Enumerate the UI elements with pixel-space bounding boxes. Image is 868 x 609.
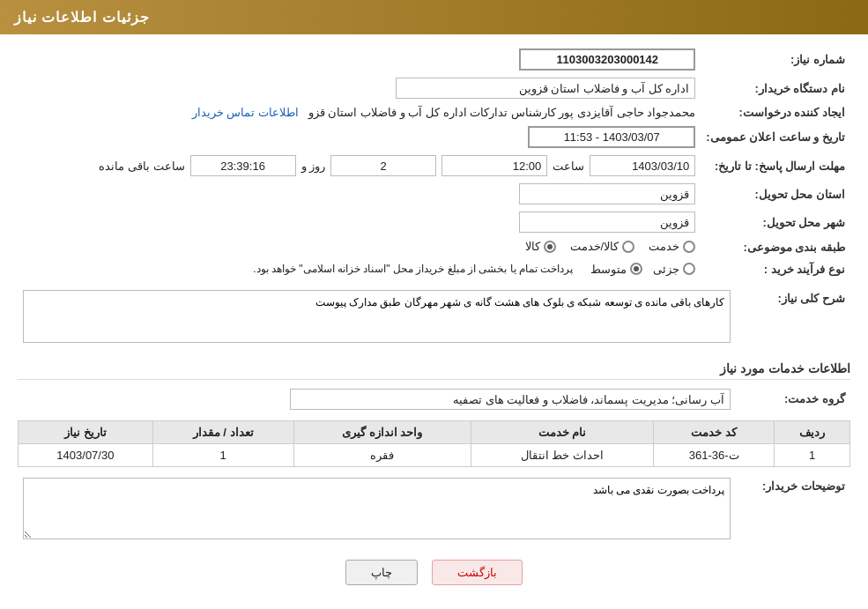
category-radio-group: خدمت کالا/خدمت کالا — [525, 240, 696, 253]
creator-row: ایجاد کننده درخواست: محمدجواد حاجی آقایز… — [18, 102, 850, 123]
buyer-org-row: نام دستگاه خریدار: اداره کل آب و فاضلاب … — [18, 74, 850, 102]
service-group-table: گروه خدمت: آب رسانی؛ مدیریت پسماند، فاضل… — [18, 385, 850, 413]
time-remaining-box: 23:39:16 — [190, 155, 296, 176]
services-table-body: 1 ت-36-361 احداث خط انتقال فقره 1 1403/0… — [19, 443, 850, 466]
category-cell: خدمت کالا/خدمت کالا — [18, 236, 701, 259]
purchase-type-cell: جزئی متوسط پرداخت تمام یا بخشی از مبلغ خ… — [18, 259, 701, 279]
delivery-city-label: شهر محل تحویل: — [701, 208, 850, 236]
buyer-org-label: نام دستگاه خریدار: — [701, 74, 850, 102]
category-label: طبقه بندی موضوعی: — [701, 236, 850, 259]
purchase-medium-label: متوسط — [590, 263, 627, 276]
category-goods-service-label: کالا/خدمت — [570, 240, 619, 253]
need-description-textarea[interactable] — [23, 290, 731, 343]
creator-value: محمدجواد حاجی آقایزدی پور کارشناس تدارکا… — [308, 106, 695, 119]
purchase-note: پرداخت تمام یا بخشی از مبلغ خریداز محل "… — [253, 263, 573, 275]
need-number-value: 1103003203000142 — [18, 45, 701, 74]
creator-cell: محمدجواد حاجی آقایزدی پور کارشناس تدارکا… — [18, 102, 701, 123]
need-number-row: شماره نیاز: 1103003203000142 — [18, 45, 850, 74]
response-date-box: 1403/03/10 — [590, 155, 695, 176]
days-remaining-label: روز و — [301, 160, 326, 173]
category-service-label: خدمت — [649, 240, 679, 253]
category-option-goods[interactable]: کالا — [525, 240, 556, 253]
col-date: تاریخ نیاز — [19, 420, 153, 443]
delivery-province-box: قزوین — [519, 183, 695, 204]
buyer-notes-textarea[interactable] — [23, 478, 731, 539]
buttons-row: بازگشت چاپ — [18, 560, 850, 585]
info-table: شماره نیاز: 1103003203000142 نام دستگاه … — [18, 45, 850, 279]
cell-service-name: احداث خط انتقال — [471, 443, 653, 466]
category-option-service[interactable]: خدمت — [649, 240, 695, 253]
response-time-box: 12:00 — [441, 155, 547, 176]
cell-unit: فقره — [293, 443, 471, 466]
need-description-row: شرح کلی نیاز: — [18, 286, 850, 349]
purchase-type-area: جزئی متوسط پرداخت تمام یا بخشی از مبلغ خ… — [23, 263, 695, 276]
cell-service-code: ت-36-361 — [653, 443, 774, 466]
col-service-name: نام خدمت — [471, 420, 653, 443]
services-table-head: ردیف کد خدمت نام خدمت واحد اندازه گیری ت… — [19, 420, 850, 443]
category-row: طبقه بندی موضوعی: خدمت کالا/خدمت — [18, 236, 850, 259]
service-group-row: گروه خدمت: آب رسانی؛ مدیریت پسماند، فاضل… — [18, 385, 850, 413]
buyer-notes-cell — [18, 474, 736, 546]
delivery-city-value: قزوین — [18, 208, 701, 236]
cell-qty: 1 — [152, 443, 293, 466]
announce-date-box: 1403/03/07 - 11:53 — [528, 126, 695, 148]
response-deadline-label: مهلت ارسال پاسخ: تا تاریخ: — [701, 152, 850, 180]
cell-date: 1403/07/30 — [19, 443, 153, 466]
buyer-notes-table: توضیحات خریدار: — [18, 474, 850, 546]
response-time-label: ساعت — [553, 160, 584, 173]
need-number-box: 1103003203000142 — [519, 48, 695, 71]
time-area: 1403/03/10 ساعت 12:00 2 روز و 23:39:16 س… — [23, 155, 695, 176]
need-description-table: شرح کلی نیاز: — [18, 286, 850, 349]
creator-contact-link[interactable]: اطلاعات تماس خریدار — [192, 106, 299, 119]
services-data-table: ردیف کد خدمت نام خدمت واحد اندازه گیری ت… — [18, 420, 850, 467]
buyer-org-value: اداره کل آب و فاضلاب استان قزوین — [18, 74, 701, 102]
radio-medium-icon — [630, 263, 642, 275]
purchase-type-medium[interactable]: متوسط — [590, 263, 642, 276]
category-option-goods-service[interactable]: کالا/خدمت — [570, 240, 635, 253]
page-title: جزئیات اطلاعات نیاز — [14, 10, 150, 25]
delivery-province-row: استان محل تحویل: قزوین — [18, 180, 850, 208]
buyer-notes-row: توضیحات خریدار: — [18, 474, 850, 546]
buyer-org-box: اداره کل آب و فاضلاب استان قزوین — [396, 78, 695, 99]
radio-service-icon — [683, 241, 695, 253]
days-remaining-box: 2 — [330, 155, 436, 176]
col-row-num: ردیف — [775, 420, 850, 443]
table-row: 1 ت-36-361 احداث خط انتقال فقره 1 1403/0… — [19, 443, 850, 466]
need-number-label: شماره نیاز: — [701, 45, 850, 74]
category-goods-label: کالا — [525, 240, 540, 253]
need-description-cell — [18, 286, 736, 349]
creator-label: ایجاد کننده درخواست: — [701, 102, 850, 123]
radio-goods-icon — [544, 241, 556, 253]
delivery-city-row: شهر محل تحویل: قزوین — [18, 208, 850, 236]
purchase-type-row: نوع فرآیند خرید : جزئی متوسط پرداخت تمام… — [18, 259, 850, 279]
announce-date-row: تاریخ و ساعت اعلان عمومی: 1403/03/07 - 1… — [18, 123, 850, 152]
response-deadline-row: مهلت ارسال پاسخ: تا تاریخ: 1403/03/10 سا… — [18, 152, 850, 180]
announce-date-value: 1403/03/07 - 11:53 — [18, 123, 701, 152]
back-button[interactable]: بازگشت — [432, 560, 523, 585]
service-group-box: آب رسانی؛ مدیریت پسماند، فاضلاب و فعالیت… — [290, 389, 731, 410]
col-unit: واحد اندازه گیری — [293, 420, 471, 443]
cell-row-num: 1 — [775, 443, 850, 466]
need-description-label: شرح کلی نیاز: — [736, 286, 850, 349]
radio-detail-icon — [683, 263, 695, 275]
radio-goods-service-icon — [622, 241, 634, 253]
main-content: شماره نیاز: 1103003203000142 نام دستگاه … — [0, 34, 868, 609]
services-section-title: اطلاعات خدمات مورد نیاز — [18, 356, 850, 380]
delivery-city-box: قزوین — [519, 212, 695, 233]
service-group-value: آب رسانی؛ مدیریت پسماند، فاضلاب و فعالیت… — [18, 385, 736, 413]
page-wrapper: جزئیات اطلاعات نیاز شماره نیاز: 11030032… — [0, 0, 868, 609]
purchase-type-detail[interactable]: جزئی — [653, 263, 695, 276]
delivery-province-label: استان محل تحویل: — [701, 180, 850, 208]
service-group-label: گروه خدمت: — [736, 385, 850, 413]
purchase-detail-label: جزئی — [653, 263, 679, 276]
print-button[interactable]: چاپ — [345, 560, 418, 585]
announce-date-label: تاریخ و ساعت اعلان عمومی: — [701, 123, 850, 152]
purchase-type-label: نوع فرآیند خرید : — [701, 259, 850, 279]
response-deadline-cell: 1403/03/10 ساعت 12:00 2 روز و 23:39:16 س… — [18, 152, 701, 180]
page-header: جزئیات اطلاعات نیاز — [0, 0, 868, 34]
time-remaining-label: ساعت باقی مانده — [99, 160, 184, 173]
buyer-notes-label: توضیحات خریدار: — [736, 474, 850, 546]
delivery-province-value: قزوین — [18, 180, 701, 208]
col-qty: تعداد / مقدار — [152, 420, 293, 443]
col-service-code: کد خدمت — [653, 420, 774, 443]
